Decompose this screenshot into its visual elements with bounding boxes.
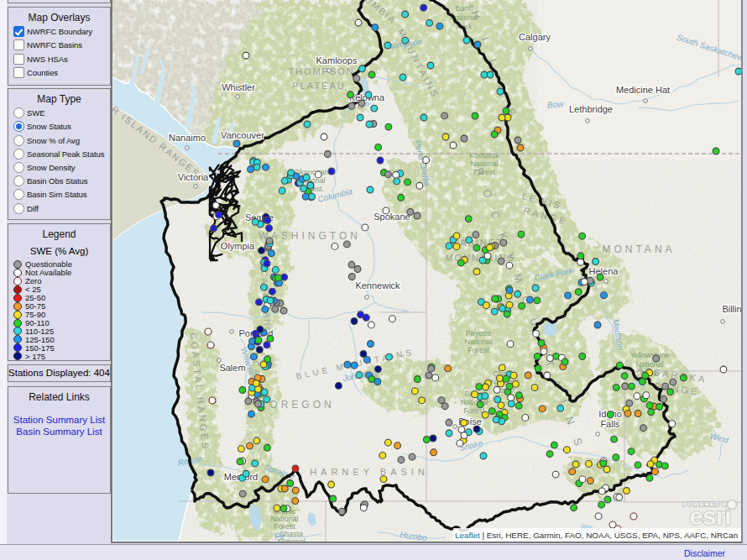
svg-text:THOMPSON: THOMPSON (288, 66, 355, 76)
svg-text:Lethbridge: Lethbridge (569, 104, 613, 114)
svg-text:PLATEAU: PLATEAU (292, 81, 345, 91)
svg-text:Salem: Salem (219, 363, 245, 373)
svg-text:National: National (470, 160, 498, 168)
svg-text:Nanaimo: Nanaimo (169, 133, 206, 143)
svg-text:Falls: Falls (600, 419, 620, 429)
svg-text:HARNEY BASIN: HARNEY BASIN (310, 467, 429, 477)
svg-text:National: National (464, 338, 492, 346)
svg-text:esri: esri (689, 502, 730, 530)
svg-text:OREGON: OREGON (269, 399, 334, 411)
svg-text:Leaflet | Esri, HERE, Garmin,: Leaflet | Esri, HERE, Garmin, FAO, NOAA,… (455, 531, 738, 540)
svg-text:Yellowstone: Yellowstone (629, 351, 670, 359)
svg-text:Olympia: Olympia (221, 241, 255, 251)
svg-text:Whistler: Whistler (222, 82, 255, 92)
svg-text:Kennewick: Kennewick (355, 280, 400, 290)
svg-text:Pit: Pit (274, 532, 285, 542)
svg-text:Helena: Helena (589, 266, 619, 276)
svg-text:Billin: Billin (722, 304, 741, 314)
svg-text:WASHINGTON: WASHINGTON (259, 230, 361, 242)
svg-text:MONTANA: MONTANA (602, 243, 675, 255)
svg-text:Kootenai: Kootenai (469, 151, 499, 160)
svg-text:Medicine Hat: Medicine Hat (616, 85, 670, 95)
svg-text:Calgary: Calgary (519, 32, 551, 42)
svg-text:Spokane: Spokane (374, 212, 410, 222)
svg-text:Bow: Bow (547, 99, 565, 110)
svg-text:National: National (635, 360, 663, 369)
svg-text:Victoria: Victoria (178, 172, 209, 182)
svg-text:Forest: Forest (473, 168, 495, 176)
svg-text:Forest: Forest (468, 346, 489, 354)
svg-text:Banff: Banff (456, 4, 473, 13)
svg-text:Kamloops: Kamloops (316, 55, 358, 65)
svg-text:Vancouver: Vancouver (221, 130, 264, 140)
svg-text:Payette: Payette (466, 329, 492, 338)
